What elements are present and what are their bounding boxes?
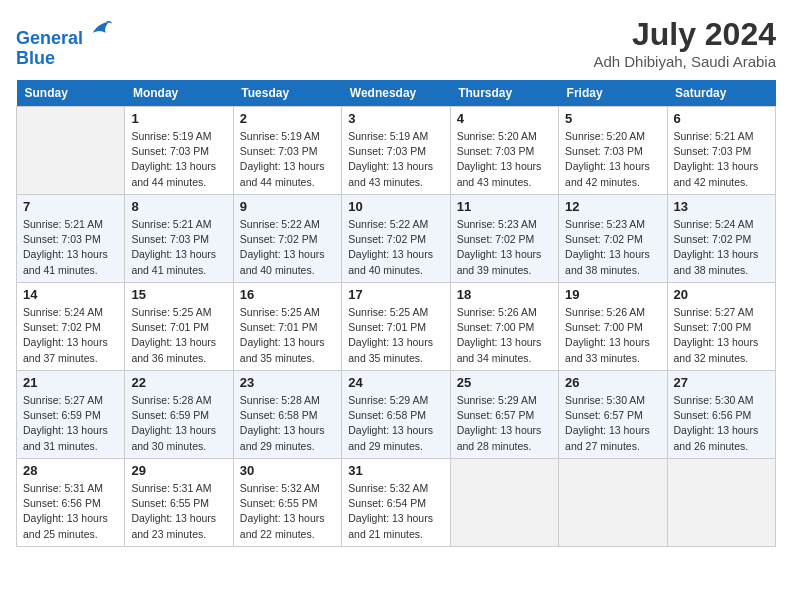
calendar-cell: 10Sunrise: 5:22 AMSunset: 7:02 PMDayligh… [342,195,450,283]
calendar-cell: 19Sunrise: 5:26 AMSunset: 7:00 PMDayligh… [559,283,667,371]
day-number: 2 [240,111,335,126]
calendar-cell: 27Sunrise: 5:30 AMSunset: 6:56 PMDayligh… [667,371,775,459]
calendar-table: SundayMondayTuesdayWednesdayThursdayFrid… [16,80,776,547]
day-info: Sunrise: 5:24 AMSunset: 7:02 PMDaylight:… [674,217,769,278]
calendar-cell: 23Sunrise: 5:28 AMSunset: 6:58 PMDayligh… [233,371,341,459]
calendar-cell [17,107,125,195]
logo: General Blue [16,16,113,69]
day-number: 29 [131,463,226,478]
calendar-cell: 4Sunrise: 5:20 AMSunset: 7:03 PMDaylight… [450,107,558,195]
calendar-cell: 12Sunrise: 5:23 AMSunset: 7:02 PMDayligh… [559,195,667,283]
day-number: 22 [131,375,226,390]
day-info: Sunrise: 5:20 AMSunset: 7:03 PMDaylight:… [457,129,552,190]
day-number: 18 [457,287,552,302]
calendar-cell: 24Sunrise: 5:29 AMSunset: 6:58 PMDayligh… [342,371,450,459]
day-info: Sunrise: 5:26 AMSunset: 7:00 PMDaylight:… [565,305,660,366]
day-number: 11 [457,199,552,214]
calendar-cell: 25Sunrise: 5:29 AMSunset: 6:57 PMDayligh… [450,371,558,459]
calendar-cell: 22Sunrise: 5:28 AMSunset: 6:59 PMDayligh… [125,371,233,459]
day-number: 17 [348,287,443,302]
weekday-header-friday: Friday [559,80,667,107]
day-number: 19 [565,287,660,302]
day-number: 31 [348,463,443,478]
day-info: Sunrise: 5:29 AMSunset: 6:57 PMDaylight:… [457,393,552,454]
calendar-week-1: 1Sunrise: 5:19 AMSunset: 7:03 PMDaylight… [17,107,776,195]
calendar-cell: 6Sunrise: 5:21 AMSunset: 7:03 PMDaylight… [667,107,775,195]
day-info: Sunrise: 5:24 AMSunset: 7:02 PMDaylight:… [23,305,118,366]
day-info: Sunrise: 5:32 AMSunset: 6:54 PMDaylight:… [348,481,443,542]
day-number: 13 [674,199,769,214]
calendar-cell: 30Sunrise: 5:32 AMSunset: 6:55 PMDayligh… [233,459,341,547]
calendar-cell: 18Sunrise: 5:26 AMSunset: 7:00 PMDayligh… [450,283,558,371]
day-number: 5 [565,111,660,126]
day-number: 27 [674,375,769,390]
day-number: 15 [131,287,226,302]
day-number: 10 [348,199,443,214]
weekday-header-tuesday: Tuesday [233,80,341,107]
weekday-header-sunday: Sunday [17,80,125,107]
calendar-cell: 13Sunrise: 5:24 AMSunset: 7:02 PMDayligh… [667,195,775,283]
weekday-header-wednesday: Wednesday [342,80,450,107]
calendar-cell: 16Sunrise: 5:25 AMSunset: 7:01 PMDayligh… [233,283,341,371]
day-info: Sunrise: 5:21 AMSunset: 7:03 PMDaylight:… [23,217,118,278]
day-number: 30 [240,463,335,478]
calendar-cell: 31Sunrise: 5:32 AMSunset: 6:54 PMDayligh… [342,459,450,547]
calendar-cell: 5Sunrise: 5:20 AMSunset: 7:03 PMDaylight… [559,107,667,195]
day-info: Sunrise: 5:30 AMSunset: 6:57 PMDaylight:… [565,393,660,454]
calendar-week-5: 28Sunrise: 5:31 AMSunset: 6:56 PMDayligh… [17,459,776,547]
day-number: 1 [131,111,226,126]
month-year: July 2024 [593,16,776,53]
day-number: 14 [23,287,118,302]
calendar-cell [559,459,667,547]
day-info: Sunrise: 5:25 AMSunset: 7:01 PMDaylight:… [240,305,335,366]
day-info: Sunrise: 5:19 AMSunset: 7:03 PMDaylight:… [131,129,226,190]
calendar-cell: 17Sunrise: 5:25 AMSunset: 7:01 PMDayligh… [342,283,450,371]
day-info: Sunrise: 5:28 AMSunset: 6:58 PMDaylight:… [240,393,335,454]
day-info: Sunrise: 5:23 AMSunset: 7:02 PMDaylight:… [457,217,552,278]
day-number: 20 [674,287,769,302]
calendar-week-3: 14Sunrise: 5:24 AMSunset: 7:02 PMDayligh… [17,283,776,371]
day-info: Sunrise: 5:25 AMSunset: 7:01 PMDaylight:… [131,305,226,366]
day-info: Sunrise: 5:31 AMSunset: 6:55 PMDaylight:… [131,481,226,542]
calendar-cell: 9Sunrise: 5:22 AMSunset: 7:02 PMDaylight… [233,195,341,283]
calendar-cell: 29Sunrise: 5:31 AMSunset: 6:55 PMDayligh… [125,459,233,547]
day-number: 26 [565,375,660,390]
day-info: Sunrise: 5:23 AMSunset: 7:02 PMDaylight:… [565,217,660,278]
day-info: Sunrise: 5:25 AMSunset: 7:01 PMDaylight:… [348,305,443,366]
calendar-cell: 14Sunrise: 5:24 AMSunset: 7:02 PMDayligh… [17,283,125,371]
day-number: 9 [240,199,335,214]
day-number: 3 [348,111,443,126]
day-number: 16 [240,287,335,302]
calendar-cell: 8Sunrise: 5:21 AMSunset: 7:03 PMDaylight… [125,195,233,283]
day-number: 4 [457,111,552,126]
day-info: Sunrise: 5:28 AMSunset: 6:59 PMDaylight:… [131,393,226,454]
weekday-header-monday: Monday [125,80,233,107]
day-info: Sunrise: 5:20 AMSunset: 7:03 PMDaylight:… [565,129,660,190]
page-header: General Blue July 2024 Adh Dhibiyah, Sau… [16,16,776,70]
title-block: July 2024 Adh Dhibiyah, Saudi Arabia [593,16,776,70]
day-number: 8 [131,199,226,214]
weekday-header-saturday: Saturday [667,80,775,107]
day-info: Sunrise: 5:32 AMSunset: 6:55 PMDaylight:… [240,481,335,542]
calendar-cell: 7Sunrise: 5:21 AMSunset: 7:03 PMDaylight… [17,195,125,283]
day-info: Sunrise: 5:27 AMSunset: 7:00 PMDaylight:… [674,305,769,366]
day-info: Sunrise: 5:22 AMSunset: 7:02 PMDaylight:… [240,217,335,278]
day-info: Sunrise: 5:31 AMSunset: 6:56 PMDaylight:… [23,481,118,542]
calendar-cell: 21Sunrise: 5:27 AMSunset: 6:59 PMDayligh… [17,371,125,459]
day-number: 24 [348,375,443,390]
day-number: 25 [457,375,552,390]
calendar-cell: 28Sunrise: 5:31 AMSunset: 6:56 PMDayligh… [17,459,125,547]
calendar-cell [450,459,558,547]
day-number: 21 [23,375,118,390]
day-info: Sunrise: 5:30 AMSunset: 6:56 PMDaylight:… [674,393,769,454]
calendar-cell: 11Sunrise: 5:23 AMSunset: 7:02 PMDayligh… [450,195,558,283]
day-number: 12 [565,199,660,214]
calendar-cell: 20Sunrise: 5:27 AMSunset: 7:00 PMDayligh… [667,283,775,371]
logo-bird-icon [85,16,113,44]
logo-text: General Blue [16,16,113,69]
calendar-cell [667,459,775,547]
location: Adh Dhibiyah, Saudi Arabia [593,53,776,70]
day-info: Sunrise: 5:21 AMSunset: 7:03 PMDaylight:… [674,129,769,190]
calendar-week-4: 21Sunrise: 5:27 AMSunset: 6:59 PMDayligh… [17,371,776,459]
weekday-header-thursday: Thursday [450,80,558,107]
